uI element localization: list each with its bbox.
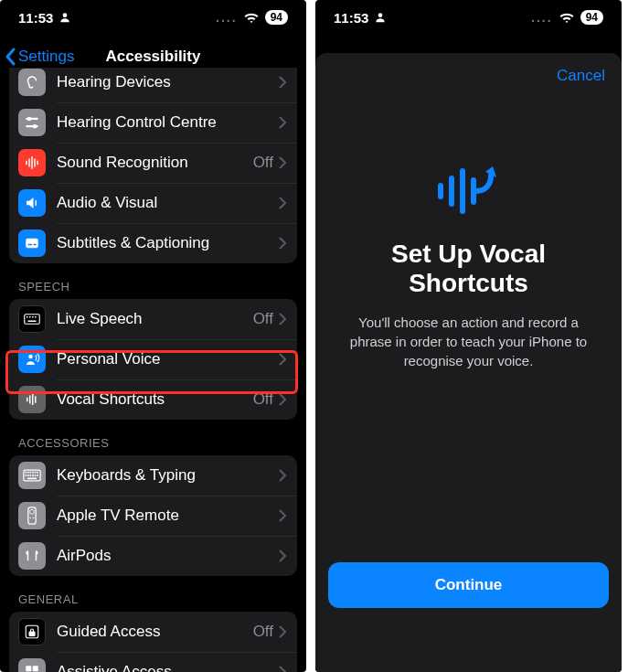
svg-point-41 (33, 517, 35, 519)
hero: Set Up Vocal Shortcuts You'll choose an … (315, 99, 622, 370)
sound-wave-icon (18, 149, 46, 176)
group-speech: Live Speech Off Personal Voice Vocal Sho… (9, 299, 297, 420)
sheet-nav: Cancel (315, 53, 622, 99)
chevron-right-icon (279, 313, 286, 325)
battery-badge: 94 (265, 10, 288, 25)
row-label: Hearing Devices (57, 73, 279, 91)
person-wave-icon (18, 346, 46, 373)
svg-rect-20 (27, 398, 28, 402)
svg-rect-9 (37, 161, 38, 165)
section-header-general: GENERAL (0, 576, 306, 612)
row-value: Off (253, 623, 273, 641)
subtitles-icon (18, 229, 46, 257)
svg-rect-33 (30, 475, 32, 476)
person-icon (59, 11, 71, 24)
svg-rect-18 (28, 321, 37, 323)
back-label: Settings (18, 48, 74, 66)
row-label: Guided Access (57, 623, 253, 641)
svg-rect-50 (449, 176, 454, 207)
row-value: Off (253, 310, 273, 328)
row-subtitles-captioning[interactable]: Subtitles & Captioning (9, 223, 297, 263)
row-label: Assistive Access (57, 663, 279, 672)
row-label: Vocal Shortcuts (57, 390, 253, 409)
svg-point-19 (28, 355, 33, 359)
row-sound-recognition[interactable]: Sound Recognition Off (9, 143, 297, 183)
svg-rect-6 (28, 159, 30, 167)
vocal-shortcuts-hero-icon (432, 163, 506, 219)
svg-rect-12 (34, 244, 37, 246)
keyboard-icon (18, 305, 46, 333)
row-assistive-access[interactable]: Assistive Access (9, 652, 297, 672)
settings-content[interactable]: Hearing Devices Hearing Control Centre S… (0, 68, 306, 672)
row-label: AirPods (57, 547, 279, 565)
group-general: Guided Access Off Assistive Access Siri (9, 612, 297, 672)
svg-rect-16 (32, 316, 34, 318)
svg-rect-22 (32, 394, 34, 405)
row-hearing-devices[interactable]: Hearing Devices (9, 68, 297, 102)
row-value: Off (253, 154, 273, 172)
svg-rect-21 (29, 396, 31, 404)
section-header-accessories: ACCESSORIES (0, 420, 306, 455)
keyboard-full-icon (18, 462, 46, 489)
status-time: 11:53 (334, 10, 368, 26)
svg-rect-49 (438, 183, 443, 199)
svg-rect-35 (35, 475, 37, 476)
row-label: Keyboards & Typing (57, 466, 279, 485)
svg-rect-5 (26, 161, 27, 165)
svg-rect-8 (34, 159, 36, 167)
row-guided-access[interactable]: Guided Access Off (9, 612, 297, 652)
chevron-right-icon (279, 509, 286, 522)
setup-description: You'll choose an action and record a phr… (341, 313, 596, 370)
cell-dots: .... (531, 10, 553, 25)
row-label: Subtitles & Captioning (57, 234, 279, 252)
svg-rect-51 (460, 168, 465, 214)
row-label: Live Speech (57, 310, 253, 328)
svg-rect-45 (33, 666, 38, 671)
svg-rect-14 (27, 316, 28, 318)
sliders-icon (18, 109, 46, 136)
svg-rect-13 (25, 315, 40, 325)
svg-point-40 (30, 517, 32, 519)
row-keyboards-typing[interactable]: Keyboards & Typing (9, 455, 297, 496)
svg-rect-31 (26, 475, 27, 476)
row-airpods[interactable]: AirPods (9, 536, 297, 576)
row-vocal-shortcuts[interactable]: Vocal Shortcuts Off (9, 379, 297, 420)
chevron-right-icon (279, 197, 286, 209)
status-bar: 11:53 .... 94 (0, 0, 306, 35)
svg-rect-37 (27, 478, 37, 480)
phone-left: 11:53 .... 94 Settings Accessibility Hea… (0, 0, 306, 672)
ear-icon (18, 69, 46, 96)
svg-rect-23 (35, 396, 37, 403)
group-hearing: Hearing Devices Hearing Control Centre S… (9, 68, 297, 263)
chevron-right-icon (279, 116, 286, 129)
svg-point-39 (30, 509, 35, 514)
svg-rect-30 (37, 472, 38, 474)
continue-button[interactable]: Continue (328, 562, 609, 608)
chevron-right-icon (279, 76, 286, 89)
chevron-right-icon (279, 625, 286, 638)
svg-point-4 (33, 124, 37, 129)
chevron-right-icon (279, 393, 286, 406)
svg-rect-11 (28, 244, 33, 246)
back-button[interactable]: Settings (5, 48, 74, 66)
row-label: Personal Voice (57, 350, 279, 368)
row-live-speech[interactable]: Live Speech Off (9, 299, 297, 339)
cell-dots: .... (216, 10, 238, 25)
svg-rect-43 (29, 632, 35, 636)
svg-rect-15 (29, 316, 31, 318)
row-label: Audio & Visual (57, 194, 279, 212)
row-apple-tv-remote[interactable]: Apple TV Remote (9, 496, 297, 536)
setup-title: Set Up Vocal Shortcuts (341, 240, 596, 298)
row-audio-visual[interactable]: Audio & Visual (9, 183, 297, 223)
svg-rect-32 (27, 475, 29, 476)
person-icon (374, 11, 387, 24)
row-hearing-control-centre[interactable]: Hearing Control Centre (9, 102, 297, 143)
cancel-button[interactable]: Cancel (557, 67, 605, 85)
svg-point-48 (378, 13, 383, 17)
row-personal-voice[interactable]: Personal Voice (9, 339, 297, 379)
chevron-right-icon (279, 353, 286, 366)
row-label: Hearing Control Centre (57, 113, 279, 132)
svg-rect-17 (35, 316, 37, 318)
svg-rect-7 (31, 156, 33, 169)
svg-rect-29 (35, 472, 37, 474)
